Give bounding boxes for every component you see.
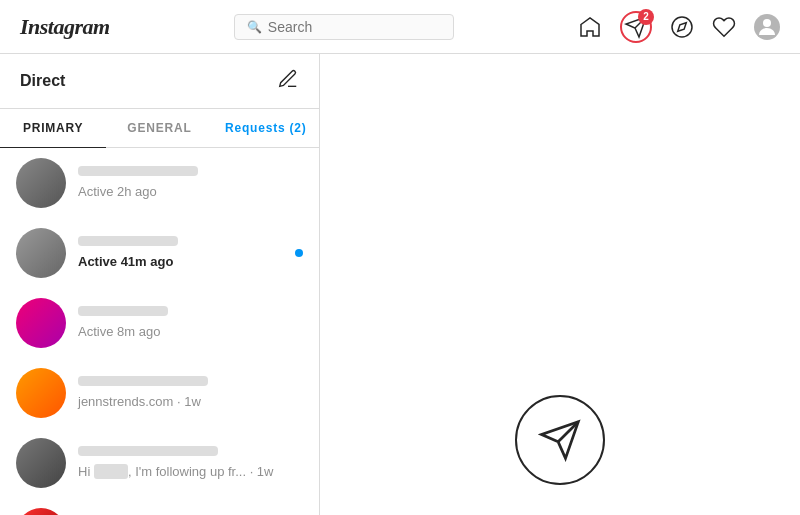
conv-status: Hi , I'm following up fr... · 1w <box>78 464 274 479</box>
sidebar-header: Direct <box>0 54 319 109</box>
conv-status: Active 41m ago <box>78 254 173 269</box>
conversation-list: Active 2h ago Active 41m ago Active 8m a… <box>0 148 319 515</box>
user-avatar-icon[interactable] <box>754 14 780 40</box>
conv-status: Active 2h ago <box>78 184 157 199</box>
list-item[interactable]: jennstrends.com · 1w <box>0 358 319 428</box>
conv-status: jennstrends.com · 1w <box>78 394 201 409</box>
sidebar-title: Direct <box>20 72 65 90</box>
nav-icons: 2 <box>578 11 780 43</box>
instagram-logo: Instagram <box>20 14 110 40</box>
conv-name-blur <box>78 446 218 456</box>
sidebar: Direct PRIMARY GENERAL Requests (2) Acti… <box>0 54 320 515</box>
tab-primary[interactable]: PRIMARY <box>0 109 106 147</box>
avatar <box>16 508 66 515</box>
conv-info: Active 41m ago <box>78 236 283 270</box>
svg-marker-3 <box>678 22 686 30</box>
list-item[interactable]: Active 41m ago <box>0 218 319 288</box>
search-box[interactable]: 🔍 <box>234 14 454 40</box>
header: Instagram 🔍 2 <box>0 0 800 54</box>
direct-badge: 2 <box>638 9 654 25</box>
conv-name-blur <box>78 236 178 246</box>
conv-name-blur <box>78 306 168 316</box>
svg-point-4 <box>763 19 771 27</box>
direct-message-icon[interactable]: 2 <box>620 11 652 43</box>
unread-dot <box>295 249 303 257</box>
avatar <box>16 228 66 278</box>
search-icon: 🔍 <box>247 20 262 34</box>
search-input[interactable] <box>268 19 441 35</box>
tab-requests[interactable]: Requests (2) <box>213 109 319 147</box>
svg-point-2 <box>672 17 692 37</box>
conv-info: Active 8m ago <box>78 306 303 340</box>
conv-name-blur <box>78 166 198 176</box>
avatar <box>16 158 66 208</box>
list-item[interactable]: liked a messag... · 1w <box>0 498 319 515</box>
compose-icon[interactable] <box>277 68 299 94</box>
avatar <box>16 298 66 348</box>
main-layout: Direct PRIMARY GENERAL Requests (2) Acti… <box>0 54 800 515</box>
tab-general[interactable]: GENERAL <box>106 109 212 147</box>
conv-info: Active 2h ago <box>78 166 303 200</box>
conv-name-blur <box>78 376 208 386</box>
list-item[interactable]: Active 2h ago <box>0 148 319 218</box>
list-item[interactable]: Active 8m ago <box>0 288 319 358</box>
avatar <box>16 438 66 488</box>
home-icon[interactable] <box>578 15 602 39</box>
send-message-large-icon <box>515 395 605 485</box>
conv-info: Hi , I'm following up fr... · 1w <box>78 446 303 480</box>
main-content <box>320 54 800 515</box>
conv-info: jennstrends.com · 1w <box>78 376 303 410</box>
avatar <box>16 368 66 418</box>
tabs: PRIMARY GENERAL Requests (2) <box>0 109 319 148</box>
list-item[interactable]: Hi , I'm following up fr... · 1w <box>0 428 319 498</box>
explore-icon[interactable] <box>670 15 694 39</box>
conv-status: Active 8m ago <box>78 324 160 339</box>
heart-icon[interactable] <box>712 15 736 39</box>
